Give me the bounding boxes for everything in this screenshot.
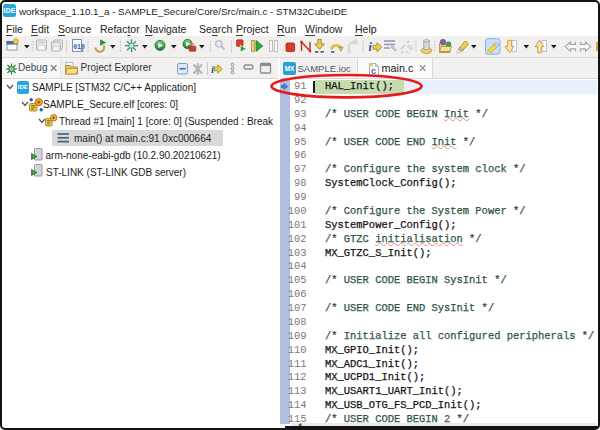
svg-text:010: 010 — [73, 44, 85, 51]
svg-text:i: i — [369, 40, 373, 54]
